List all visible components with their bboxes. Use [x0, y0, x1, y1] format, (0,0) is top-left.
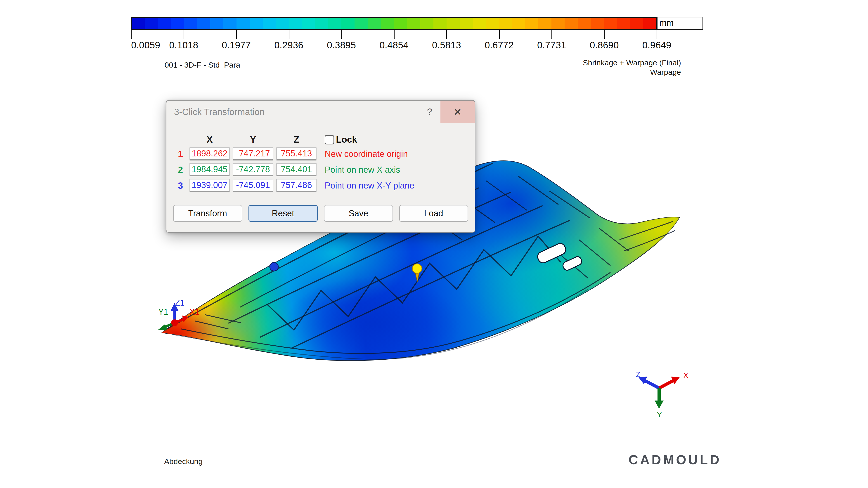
- coord-input-x2[interactable]: [189, 163, 230, 176]
- column-header-x: X: [189, 134, 230, 145]
- coord-input-y2[interactable]: [233, 163, 273, 176]
- reset-button[interactable]: Reset: [248, 205, 318, 222]
- global-axis-y-label: Y: [657, 410, 662, 419]
- coord-input-x1[interactable]: [189, 148, 230, 161]
- transform-button[interactable]: Transform: [173, 205, 242, 222]
- global-axis-indicator: Z X Y: [636, 370, 688, 419]
- global-axis-x-label: X: [683, 371, 688, 380]
- column-header-z: Z: [276, 134, 316, 145]
- global-axis-z-label: Z: [636, 370, 641, 379]
- coord-input-x3[interactable]: [189, 179, 230, 192]
- row-1-number: 1: [175, 149, 186, 159]
- local-axis-x-label: X1: [189, 307, 199, 317]
- lock-checkbox[interactable]: [325, 135, 334, 144]
- row-2-number: 2: [175, 165, 186, 175]
- help-button[interactable]: ?: [419, 101, 440, 123]
- row-3-description: Point on new X-Y plane: [320, 181, 468, 191]
- coord-input-z2[interactable]: [276, 163, 316, 176]
- coord-input-z1[interactable]: [276, 148, 316, 161]
- coordinate-table: X Y Z Lock 1New coordinate origin2Point …: [175, 134, 468, 192]
- load-button[interactable]: Load: [399, 205, 468, 222]
- lock-label: Lock: [336, 134, 357, 145]
- coord-input-z3[interactable]: [276, 179, 316, 192]
- save-button[interactable]: Save: [324, 205, 393, 222]
- row-3-number: 3: [175, 181, 186, 191]
- viewport-3d[interactable]: Z1 Y1 X1 Z X Y: [0, 0, 868, 488]
- column-header-y: Y: [233, 134, 273, 145]
- coord-input-y3[interactable]: [233, 179, 273, 192]
- close-button[interactable]: ✕: [440, 101, 475, 123]
- dialog-titlebar[interactable]: 3-Click Transformation ? ✕: [166, 101, 475, 123]
- dialog-buttons: TransformResetSaveLoad: [173, 205, 468, 222]
- row-2-description: Point on new X axis: [320, 165, 468, 175]
- dialog-title: 3-Click Transformation: [166, 101, 419, 123]
- row-1-description: New coordinate origin: [320, 149, 468, 159]
- main-canvas: Z1 Y1 X1 Z X Y mm 0.00590.10180.19770.29…: [0, 0, 868, 488]
- close-icon: ✕: [454, 106, 462, 118]
- pick-point-blue-marker[interactable]: [270, 262, 278, 271]
- local-axis-z-label: Z1: [175, 298, 185, 307]
- local-axis-y-label: Y1: [158, 307, 168, 317]
- coord-input-y1[interactable]: [233, 148, 273, 161]
- lock-cell: Lock: [320, 134, 468, 145]
- three-click-transformation-dialog: 3-Click Transformation ? ✕ X Y Z Lock 1N…: [166, 100, 475, 233]
